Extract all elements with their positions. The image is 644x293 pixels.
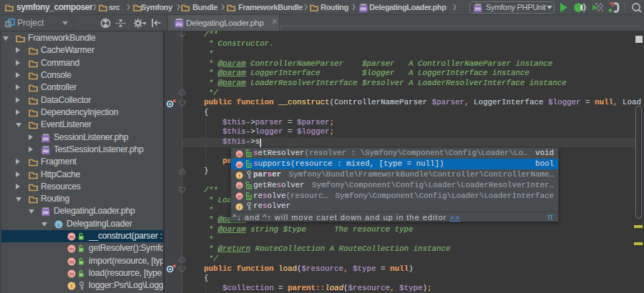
svg-text:m: m xyxy=(69,234,74,240)
svg-text:php: php xyxy=(176,22,182,26)
svg-text:m: m xyxy=(69,271,74,277)
svg-text:m: m xyxy=(237,151,241,157)
svg-text:m: m xyxy=(237,183,241,189)
svg-text:m: m xyxy=(69,259,74,265)
svg-text:php: php xyxy=(475,6,482,11)
svg-text:m: m xyxy=(237,194,241,200)
svg-text:php: php xyxy=(43,211,49,215)
svg-text:php: php xyxy=(43,136,49,141)
svg-text:m: m xyxy=(237,162,241,168)
svg-text:m: m xyxy=(69,246,74,252)
svg-text:php: php xyxy=(361,6,367,11)
svg-text:php: php xyxy=(43,149,49,153)
svg-text:c: c xyxy=(57,222,60,228)
